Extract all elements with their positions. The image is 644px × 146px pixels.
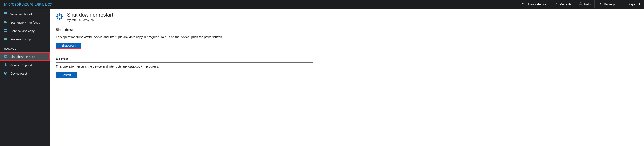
refresh-button[interactable]: Refresh: [550, 0, 575, 8]
settings-label: Settings: [604, 2, 615, 6]
sidebar-view-dashboard-label: View dashboard: [10, 13, 32, 16]
sidebar-shutdown-restart-label: Shut down or restart: [10, 55, 37, 59]
restart-section-title: Restart: [56, 57, 313, 63]
svg-rect-8: [5, 13, 6, 14]
gear-power-icon: [4, 55, 7, 59]
sidebar-item-shutdown-restart[interactable]: Shut down or restart: [0, 53, 50, 61]
shutdown-section-desc: This operation turns off the device and …: [56, 35, 313, 40]
svg-point-15: [4, 29, 7, 30]
svg-rect-5: [5, 12, 6, 13]
topbar-spacer: [56, 0, 517, 8]
help-icon: [579, 2, 582, 6]
help-button[interactable]: Help: [575, 0, 594, 8]
sidebar-device-reset-label: Device reset: [10, 72, 27, 75]
svg-rect-0: [522, 4, 524, 5]
svg-rect-10: [4, 15, 5, 16]
refresh-label: Refresh: [560, 2, 571, 6]
settings-button[interactable]: Settings: [594, 0, 619, 8]
page-title: Shut down or restart: [67, 12, 113, 18]
sidebar-manage-section-label: MANAGE: [0, 43, 50, 53]
brand-title: Microsoft Azure Data Box: [0, 0, 56, 8]
svg-rect-11: [5, 15, 6, 16]
sidebar-prepare-ship-label: Prepare to ship: [10, 38, 31, 41]
restart-section: Restart This operation restarts the devi…: [56, 57, 313, 78]
help-label: Help: [584, 2, 590, 6]
unlock-label: Unlock device: [526, 2, 546, 6]
sidebar-item-view-dashboard[interactable]: View dashboard: [0, 10, 50, 18]
sidebar-item-prepare-to-ship[interactable]: Prepare to ship: [0, 35, 50, 43]
page-subtitle: MyDataBoxHeavyTest1: [67, 18, 113, 22]
main-layout: View dashboard Set network interfaces Co…: [0, 9, 644, 146]
sidebar-connect-copy-label: Connect and copy: [10, 29, 34, 33]
content-area: Shut down or restart MyDataBoxHeavyTest1…: [50, 9, 644, 146]
page-header: Shut down or restart MyDataBoxHeavyTest1: [56, 12, 638, 24]
shutdown-section-title: Shut down: [56, 28, 313, 33]
gear-icon: [598, 2, 602, 6]
signout-button[interactable]: Sign out: [619, 0, 644, 8]
svg-rect-12: [6, 15, 7, 16]
sidebar-item-contact-support[interactable]: Contact Support: [0, 61, 50, 69]
svg-rect-13: [4, 21, 6, 23]
sidebar-item-device-reset[interactable]: Device reset: [0, 69, 50, 78]
dashboard-icon: [4, 12, 7, 16]
svg-point-3: [600, 4, 601, 4]
unlock-icon: [521, 2, 525, 6]
svg-rect-17: [5, 38, 6, 39]
connect-copy-icon: [4, 29, 7, 33]
sidebar-nav: View dashboard Set network interfaces Co…: [0, 9, 50, 146]
signout-label: Sign out: [628, 2, 640, 6]
sidebar-contact-support-label: Contact Support: [10, 63, 32, 67]
topbar-actions: Unlock device Refresh Help Settings Sign: [517, 0, 644, 8]
restart-button[interactable]: Restart: [56, 72, 76, 78]
svg-rect-4: [4, 12, 5, 13]
svg-point-19: [5, 63, 6, 65]
svg-rect-6: [6, 12, 7, 13]
svg-rect-14: [6, 22, 7, 23]
svg-rect-7: [4, 13, 5, 14]
device-reset-icon: [4, 71, 7, 75]
shutdown-button[interactable]: Shut down: [56, 43, 81, 49]
refresh-icon: [554, 2, 558, 6]
page-header-text: Shut down or restart MyDataBoxHeavyTest1: [67, 12, 113, 22]
top-header-bar: Microsoft Azure Data Box Unlock device R…: [0, 0, 644, 9]
svg-point-2: [580, 5, 580, 5]
restart-section-desc: This operation restarts the device and i…: [56, 64, 313, 69]
svg-rect-9: [6, 13, 7, 14]
unlock-device-button[interactable]: Unlock device: [517, 0, 550, 8]
support-person-icon: [4, 63, 7, 67]
prepare-ship-icon: [4, 37, 7, 41]
sidebar-set-network-label: Set network interfaces: [10, 21, 40, 24]
page-gear-power-icon: [56, 12, 64, 21]
sidebar-item-connect-copy[interactable]: Connect and copy: [0, 27, 50, 35]
network-icon: [4, 21, 7, 25]
sidebar-item-set-network[interactable]: Set network interfaces: [0, 18, 50, 27]
power-icon: [623, 2, 626, 6]
shutdown-section: Shut down This operation turns off the d…: [56, 28, 313, 49]
